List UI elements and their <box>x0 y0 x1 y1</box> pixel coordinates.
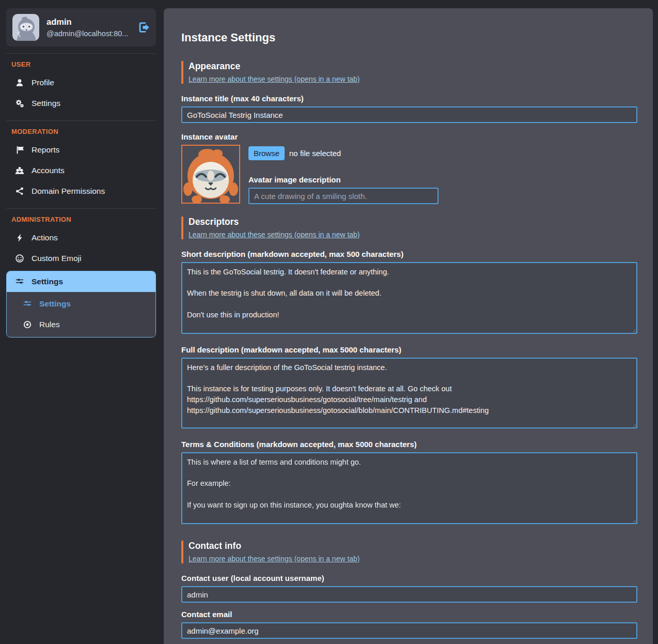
browse-button[interactable]: Browse <box>248 146 285 160</box>
sidebar-item-label: Settings <box>32 277 63 286</box>
descriptors-section-header: Descriptors Learn more about these setti… <box>181 217 637 239</box>
user-handle: @admin@localhost:80... <box>46 29 130 38</box>
sidebar-item-label: Domain Permissions <box>32 187 105 196</box>
short-description-textarea[interactable] <box>181 262 637 334</box>
sidebar-subitem-settings[interactable]: Settings <box>7 294 155 314</box>
sidebar-item-label: Settings <box>32 99 60 108</box>
appearance-learn-more-link[interactable]: Learn more about these settings (opens i… <box>189 75 360 83</box>
sidebar-item-label: Reports <box>32 145 59 155</box>
user-display-name: admin <box>46 17 130 27</box>
sloth-mascot-image <box>181 145 240 204</box>
full-description-label: Full description (markdown accepted, max… <box>181 345 637 354</box>
appearance-heading: Appearance <box>189 61 637 72</box>
divider <box>6 53 156 54</box>
no-file-text: no file selected <box>289 149 341 158</box>
sidebar-item-label: Rules <box>39 320 60 329</box>
instance-avatar-label: Instance avatar <box>181 132 637 141</box>
descriptors-heading: Descriptors <box>189 217 637 227</box>
sidebar-item-label: Accounts <box>32 166 65 175</box>
sidebar-heading-moderation: MODERATION <box>11 128 156 135</box>
user-icon <box>14 78 25 88</box>
flag-icon <box>14 145 25 155</box>
avatar-description-label: Avatar image description <box>248 175 637 184</box>
sidebar-subitem-rules[interactable]: Rules <box>7 314 155 335</box>
instance-title-input[interactable] <box>181 106 637 123</box>
avatar-file-controls: Browse no file selected Avatar image des… <box>248 145 637 204</box>
sidebar-item-actions[interactable]: Actions <box>6 227 156 248</box>
contact-email-label: Contact email <box>181 610 637 619</box>
divider <box>6 208 156 209</box>
full-description-textarea[interactable] <box>181 358 637 428</box>
sidebar-item-label: Actions <box>32 233 58 242</box>
appearance-section-header: Appearance Learn more about these settin… <box>181 61 637 84</box>
user-names: admin @admin@localhost:80... <box>46 17 130 38</box>
avatar-description-input[interactable] <box>248 188 438 204</box>
user-avatar-image <box>12 14 39 41</box>
terms-textarea[interactable] <box>181 452 637 524</box>
contact-heading: Contact info <box>189 541 637 551</box>
instance-avatar-row: Browse no file selected Avatar image des… <box>181 145 637 204</box>
sidebar-heading-administration: ADMINISTRATION <box>11 216 156 223</box>
settings-group: Settings Settings <box>6 271 156 338</box>
sidebar-item-label: Profile <box>32 78 54 87</box>
contact-email-input[interactable] <box>181 622 637 639</box>
sidebar-item-profile[interactable]: Profile <box>6 72 156 93</box>
sidebar-item-reports[interactable]: Reports <box>6 140 156 160</box>
short-description-label: Short description (markdown accepted, ma… <box>181 250 637 258</box>
sidebar-item-accounts[interactable]: Accounts <box>6 160 156 181</box>
user-card[interactable]: admin @admin@localhost:80... <box>6 8 156 47</box>
sidebar-item-custom-emoji[interactable]: Custom Emoji <box>6 248 156 269</box>
terms-label: Terms & Conditions (markdown accepted, m… <box>181 440 637 449</box>
sidebar-heading-user: USER <box>11 60 156 68</box>
share-nodes-icon <box>14 186 25 196</box>
descriptors-learn-more-link[interactable]: Learn more about these settings (opens i… <box>189 231 360 239</box>
app-layout: admin @admin@localhost:80... USER Profil… <box>0 0 658 644</box>
sidebar-item-settings-user[interactable]: Settings <box>6 93 156 114</box>
sliders-icon <box>22 299 33 309</box>
sliders-icon <box>14 277 25 287</box>
sign-out-icon[interactable] <box>137 21 150 34</box>
contact-learn-more-link[interactable]: Learn more about these settings (opens i… <box>189 555 360 563</box>
sidebar-item-domain-permissions[interactable]: Domain Permissions <box>6 181 156 202</box>
page-title: Instance Settings <box>181 31 637 44</box>
instance-settings-panel: Instance Settings Appearance Learn more … <box>164 8 653 644</box>
sidebar: admin @admin@localhost:80... USER Profil… <box>6 8 156 338</box>
sidebar-item-label: Settings <box>39 299 71 309</box>
contact-section-header: Contact info Learn more about these sett… <box>181 541 637 563</box>
contact-user-input[interactable] <box>181 586 637 603</box>
gears-icon <box>14 98 25 109</box>
users-icon <box>14 165 25 176</box>
sidebar-item-label: Custom Emoji <box>32 254 81 263</box>
divider <box>6 120 156 121</box>
settings-submenu: Settings Rules <box>7 292 155 337</box>
bolt-icon <box>14 233 25 243</box>
contact-user-label: Contact user (local account username) <box>181 574 637 582</box>
circle-dot-icon <box>22 319 33 330</box>
sidebar-item-settings-admin[interactable]: Settings <box>7 271 155 292</box>
smile-icon <box>14 253 25 264</box>
instance-title-label: Instance title (max 40 characters) <box>181 94 637 103</box>
